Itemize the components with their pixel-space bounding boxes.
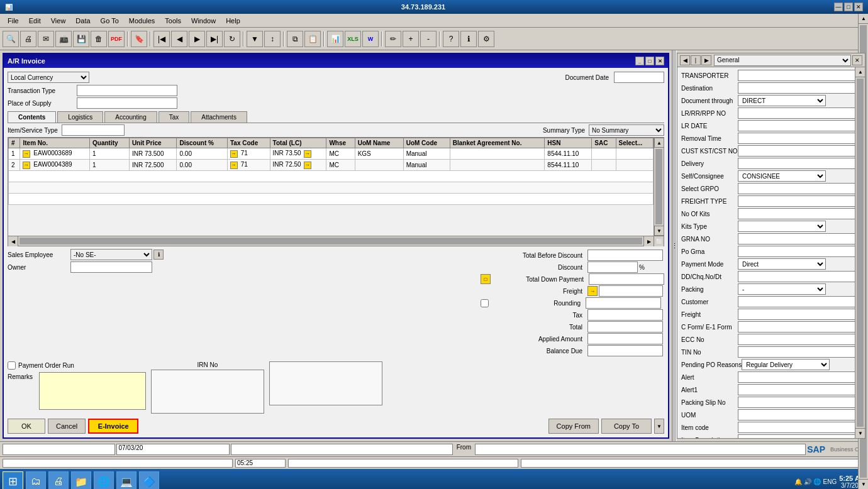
toolbar-last[interactable]: ▶| bbox=[206, 31, 223, 47]
total-down-payment-input[interactable] bbox=[589, 273, 664, 285]
freight-input[interactable] bbox=[599, 285, 663, 297]
ar-maximize[interactable]: □ bbox=[645, 57, 654, 65]
toolbar-bookmark[interactable]: 🔖 bbox=[131, 31, 147, 47]
toolbar-pdf[interactable]: PDF bbox=[108, 31, 125, 47]
menu-goto[interactable]: Go To bbox=[96, 16, 124, 26]
close-button[interactable]: ✕ bbox=[854, 3, 863, 11]
panel-first-arrow[interactable]: | bbox=[691, 55, 701, 65]
cform-input[interactable] bbox=[738, 321, 861, 332]
toolbar-chart[interactable]: 📊 bbox=[327, 31, 343, 47]
ok-button[interactable]: OK bbox=[8, 419, 45, 434]
menu-view[interactable]: View bbox=[46, 16, 71, 26]
scroll-right-btn[interactable]: ▶ bbox=[643, 236, 654, 246]
kits-type-select[interactable] bbox=[738, 221, 826, 232]
toolbar-search[interactable]: 🔍 bbox=[3, 31, 19, 47]
toolbar-filter[interactable]: ▼ bbox=[247, 31, 263, 47]
scroll-thumb[interactable] bbox=[655, 149, 662, 224]
menu-modules[interactable]: Modules bbox=[124, 16, 160, 26]
payment-order-run-checkbox[interactable] bbox=[8, 361, 16, 370]
toolbar-sort[interactable]: ↕ bbox=[264, 31, 281, 47]
ar-close[interactable]: ✕ bbox=[655, 57, 664, 65]
minimize-button[interactable]: — bbox=[834, 3, 843, 11]
toolbar-fax[interactable]: 📠 bbox=[55, 31, 72, 47]
taskbar-icon-5[interactable]: 💻 bbox=[116, 471, 136, 489]
rp-scroll-up[interactable]: ▲ bbox=[855, 67, 865, 77]
tab-tax[interactable]: Tax bbox=[159, 111, 190, 123]
menu-file[interactable]: File bbox=[3, 16, 24, 26]
taskbar-icon-2[interactable]: 🖨 bbox=[48, 471, 69, 489]
total-input[interactable]: INR 172.00 bbox=[587, 321, 663, 332]
doc-through-select[interactable]: DIRECT bbox=[738, 95, 826, 106]
taskbar-icon-6[interactable]: 🔷 bbox=[139, 471, 159, 489]
removal-time-input[interactable] bbox=[738, 133, 861, 144]
customer-input[interactable] bbox=[738, 296, 861, 307]
maximize-button[interactable]: □ bbox=[844, 3, 853, 11]
pending-po-select[interactable]: Regular Delivery bbox=[742, 359, 830, 370]
alert-input[interactable] bbox=[738, 371, 861, 383]
grna-no-input[interactable] bbox=[738, 233, 861, 245]
menu-help[interactable]: Help bbox=[221, 16, 245, 26]
toolbar-extra[interactable]: ⚙ bbox=[478, 31, 494, 47]
rp-scroll-thumb[interactable] bbox=[857, 79, 864, 427]
tab-accounting[interactable]: Accounting bbox=[104, 111, 157, 123]
item-code-input[interactable] bbox=[738, 422, 861, 433]
toolbar-delete[interactable]: 🗑 bbox=[91, 31, 107, 47]
freight-icon[interactable]: → bbox=[587, 286, 598, 296]
menu-tools[interactable]: Tools bbox=[160, 16, 186, 26]
summary-type-select[interactable]: No Summary bbox=[589, 124, 664, 136]
applied-amount-input[interactable] bbox=[587, 333, 663, 344]
tab-logistics[interactable]: Logistics bbox=[57, 111, 103, 123]
toolbar-next[interactable]: ▶ bbox=[189, 31, 205, 47]
scroll-corner[interactable]: ⬜ bbox=[654, 236, 664, 246]
delivery-input[interactable] bbox=[738, 158, 861, 169]
taskbar-icon-1[interactable]: 🗂 bbox=[26, 471, 46, 489]
transporter-input[interactable] bbox=[738, 70, 861, 81]
self-consignee-select[interactable]: CONSIGNEE bbox=[738, 170, 826, 182]
scroll-down[interactable]: ▼ bbox=[654, 226, 664, 236]
toolbar-excel[interactable]: XLS bbox=[345, 31, 361, 47]
panel-prev-arrow[interactable]: ◀ bbox=[680, 55, 690, 65]
copy-from-button[interactable]: Copy From bbox=[548, 419, 599, 434]
uom-input[interactable] bbox=[738, 409, 861, 420]
lr-date-input[interactable] bbox=[738, 120, 861, 131]
lr-input[interactable] bbox=[738, 107, 861, 119]
cancel-button[interactable]: Cancel bbox=[48, 419, 86, 434]
ar-minimize[interactable]: _ bbox=[635, 57, 644, 65]
rp-scroll-down[interactable]: ▼ bbox=[855, 428, 865, 438]
tin-input[interactable] bbox=[738, 346, 861, 358]
einvoice-button[interactable]: E-Invoice bbox=[88, 419, 138, 434]
balance-due-input[interactable]: INR 172.00 bbox=[587, 345, 663, 356]
toolbar-edit2[interactable]: ✏ bbox=[385, 31, 401, 47]
tdp-icon[interactable]: □ bbox=[481, 274, 491, 284]
menu-window[interactable]: Window bbox=[186, 16, 221, 26]
main-scroll-up[interactable]: ▲ bbox=[859, 14, 868, 24]
no-of-kits-input[interactable] bbox=[738, 208, 861, 219]
freight-type-input[interactable] bbox=[738, 195, 861, 207]
place-of-supply-input[interactable]: Karnataka bbox=[77, 97, 177, 109]
toolbar-prev[interactable]: ◀ bbox=[171, 31, 187, 47]
scroll-up[interactable]: ▲ bbox=[654, 138, 664, 148]
toolbar-copy[interactable]: ⧉ bbox=[287, 31, 303, 47]
tab-attachments[interactable]: Attachments bbox=[191, 111, 247, 123]
table-row[interactable]: 2 → EAW0004389 1 INR 72.500 0.00 → bbox=[9, 160, 654, 171]
toolbar-add[interactable]: + bbox=[403, 31, 419, 47]
owner-input[interactable] bbox=[70, 261, 152, 273]
total-before-discount-input[interactable]: INR 146.00 bbox=[587, 250, 663, 261]
table-scrollbar-v[interactable]: ▲ ▼ bbox=[654, 138, 664, 236]
rounding-input[interactable]: INR -0.30 bbox=[586, 297, 661, 309]
toolbar-print[interactable]: 🖨 bbox=[20, 31, 36, 47]
toolbar-remove[interactable]: - bbox=[420, 31, 437, 47]
item-desc-input[interactable] bbox=[738, 434, 861, 438]
taskbar-icon-3[interactable]: 📁 bbox=[71, 471, 91, 489]
toolbar-email[interactable]: ✉ bbox=[38, 31, 54, 47]
main-scroll-down[interactable]: ▼ bbox=[859, 479, 868, 489]
payment-mode-select[interactable]: Direct bbox=[738, 258, 826, 270]
toolbar-first[interactable]: |◀ bbox=[153, 31, 170, 47]
tax-input[interactable]: INR 26.30 bbox=[587, 309, 663, 321]
tab-contents[interactable]: Contents bbox=[8, 111, 56, 123]
remarks-textarea[interactable] bbox=[39, 372, 146, 410]
toolbar-save[interactable]: 💾 bbox=[73, 31, 89, 47]
sales-employee-select[interactable]: -No SE- bbox=[70, 249, 152, 260]
scroll-h-thumb[interactable] bbox=[19, 238, 642, 245]
toolbar-word[interactable]: W bbox=[362, 31, 379, 47]
